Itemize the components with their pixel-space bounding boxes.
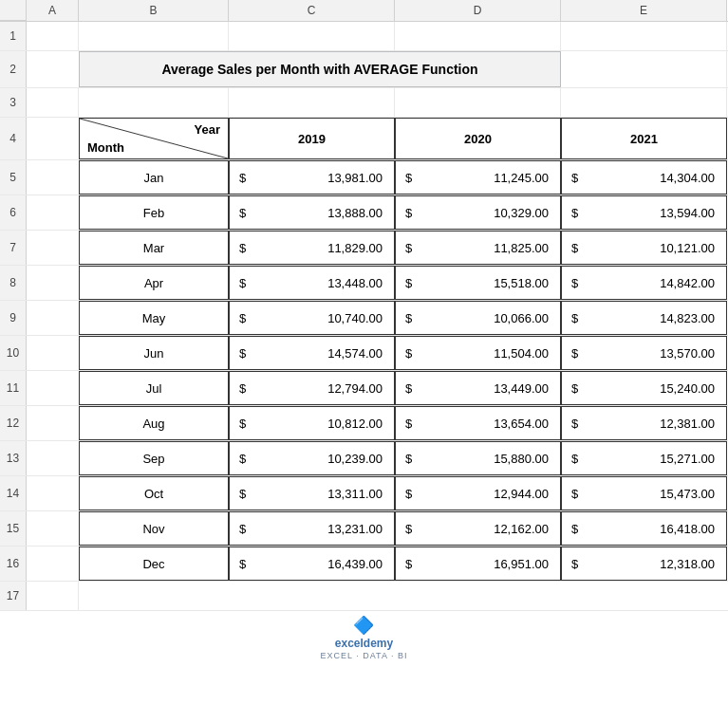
cell-2021-7[interactable]: $ 10,121.00: [561, 231, 727, 265]
cell-month-6[interactable]: Feb: [79, 195, 229, 230]
cell-2019-14[interactable]: $ 13,311.00: [229, 476, 395, 510]
cell-month-7[interactable]: Mar: [79, 231, 229, 265]
cell-2021-12[interactable]: $ 12,381.00: [561, 406, 727, 440]
cell-2020-11[interactable]: $ 13,449.00: [395, 371, 561, 405]
cell-2021-5[interactable]: $ 14,304.00: [561, 160, 727, 195]
cell-e1[interactable]: [561, 22, 727, 50]
row-num-4: 4: [0, 118, 27, 159]
cell-a7[interactable]: [27, 231, 79, 265]
cell-month-13[interactable]: Sep: [79, 441, 229, 475]
cell-2019-7[interactable]: $ 11,829.00: [229, 231, 395, 265]
cell-b17[interactable]: [79, 582, 229, 610]
cell-2020-5[interactable]: $ 11,245.00: [395, 160, 561, 195]
cell-a15[interactable]: [27, 511, 79, 546]
cell-a13[interactable]: [27, 441, 79, 475]
cell-a16[interactable]: [27, 547, 79, 581]
cell-2019-13[interactable]: $ 10,239.00: [229, 441, 395, 475]
cell-2019-10[interactable]: $ 14,574.00: [229, 336, 395, 370]
cell-2020-12[interactable]: $ 13,654.00: [395, 406, 561, 440]
cell-a10[interactable]: [27, 336, 79, 370]
cell-c3[interactable]: [229, 88, 395, 117]
cell-2021-16[interactable]: $ 12,318.00: [561, 547, 727, 581]
cell-a17[interactable]: [27, 582, 79, 610]
cell-2019-12[interactable]: $ 10,812.00: [229, 406, 395, 440]
month-label: Month: [87, 140, 124, 155]
cell-2021-8[interactable]: $ 14,842.00: [561, 266, 727, 300]
cell-a9[interactable]: [27, 301, 79, 335]
cell-2019-9[interactable]: $ 10,740.00: [229, 301, 395, 335]
cell-2019-15[interactable]: $ 13,231.00: [229, 511, 395, 546]
cell-2021-14[interactable]: $ 15,473.00: [561, 476, 727, 510]
cell-b1[interactable]: [79, 22, 229, 50]
cell-a6[interactable]: [27, 195, 79, 230]
dollar-sign: $: [233, 346, 246, 361]
cell-2019-16[interactable]: $ 16,439.00: [229, 547, 395, 581]
cell-month-5[interactable]: Jan: [79, 160, 229, 195]
cell-month-8[interactable]: Apr: [79, 266, 229, 300]
dollar-sign: $: [400, 276, 412, 290]
cell-2021-9[interactable]: $ 14,823.00: [561, 301, 727, 335]
amount-2021: 10,121.00: [580, 241, 722, 255]
cell-c1[interactable]: [229, 22, 395, 50]
cell-a5[interactable]: [27, 160, 79, 195]
cell-b3[interactable]: [79, 88, 229, 117]
cell-a12[interactable]: [27, 406, 79, 440]
cell-month-9[interactable]: May: [79, 301, 229, 335]
amount-2020: 10,066.00: [414, 311, 556, 325]
cell-2021-15[interactable]: $ 16,418.00: [561, 511, 727, 546]
row-num-7: 7: [0, 231, 27, 265]
dollar-sign: $: [566, 487, 578, 501]
row-7: 7 Mar $ 11,829.00 $ 11,825.00 $ 10,121.0…: [0, 231, 728, 266]
cell-2019-8[interactable]: $ 13,448.00: [229, 266, 395, 300]
cell-month-10[interactable]: Jun: [79, 336, 229, 370]
cell-a14[interactable]: [27, 476, 79, 510]
cell-2020-9[interactable]: $ 10,066.00: [395, 301, 561, 335]
cell-2021-11[interactable]: $ 15,240.00: [561, 371, 727, 405]
amount-2019: 13,311.00: [248, 487, 390, 501]
cell-2021-6[interactable]: $ 13,594.00: [561, 195, 727, 230]
cell-e3[interactable]: [561, 88, 727, 117]
dollar-sign: $: [566, 346, 578, 361]
cell-2020-13[interactable]: $ 15,880.00: [395, 441, 561, 475]
amount-2021: 12,381.00: [580, 417, 722, 431]
cell-d1[interactable]: [395, 22, 561, 50]
cell-month-12[interactable]: Aug: [79, 406, 229, 440]
cell-month-11[interactable]: Jul: [79, 371, 229, 405]
cell-month-14[interactable]: Oct: [79, 476, 229, 510]
cell-c17[interactable]: [229, 582, 395, 610]
cell-2019-6[interactable]: $ 13,888.00: [229, 195, 395, 230]
row-5: 5 Jan $ 13,981.00 $ 11,245.00 $ 14,304.0…: [0, 160, 728, 195]
cell-month-15[interactable]: Nov: [79, 511, 229, 546]
amount-2019: 10,740.00: [248, 311, 390, 325]
logo-icon: 🔷: [353, 615, 374, 636]
cell-a3[interactable]: [27, 88, 79, 117]
cell-a4[interactable]: [27, 118, 79, 159]
cell-2019-11[interactable]: $ 12,794.00: [229, 371, 395, 405]
cell-e17[interactable]: [561, 582, 727, 610]
cell-2020-10[interactable]: $ 11,504.00: [395, 336, 561, 370]
cell-2020-14[interactable]: $ 12,944.00: [395, 476, 561, 510]
cell-a8[interactable]: [27, 266, 79, 300]
cell-2021-10[interactable]: $ 13,570.00: [561, 336, 727, 370]
cell-month-16[interactable]: Dec: [79, 547, 229, 581]
cell-2020-16[interactable]: $ 16,951.00: [395, 547, 561, 581]
cell-2020-6[interactable]: $ 10,329.00: [395, 195, 561, 230]
amount-2021: 13,570.00: [580, 346, 722, 361]
cell-2021-13[interactable]: $ 15,271.00: [561, 441, 727, 475]
cell-a1[interactable]: [27, 22, 79, 50]
cell-2019-5[interactable]: $ 13,981.00: [229, 160, 395, 195]
cell-2020-8[interactable]: $ 15,518.00: [395, 266, 561, 300]
cell-d17[interactable]: [395, 582, 561, 610]
cell-2020-15[interactable]: $ 12,162.00: [395, 511, 561, 546]
cell-e2[interactable]: [561, 51, 727, 87]
col-header-b: B: [79, 0, 229, 21]
amount-2021: 14,304.00: [580, 171, 722, 185]
col-header-a: A: [27, 0, 79, 21]
amount-2020: 12,944.00: [414, 487, 556, 501]
cell-2020-7[interactable]: $ 11,825.00: [395, 231, 561, 265]
cell-d3[interactable]: [395, 88, 561, 117]
amount-2021: 15,271.00: [580, 452, 722, 466]
cell-a2[interactable]: [27, 51, 79, 87]
amount-2020: 11,504.00: [414, 346, 556, 361]
cell-a11[interactable]: [27, 371, 79, 405]
